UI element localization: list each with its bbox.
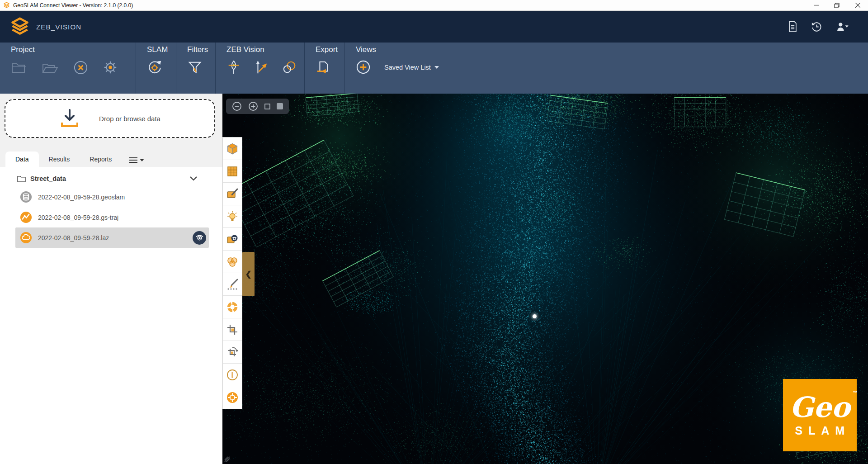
tab-data[interactable]: Data <box>5 152 39 167</box>
ribbon-section-project: Project <box>0 43 136 94</box>
logo-slam-text: SLAM <box>795 424 851 437</box>
info-icon[interactable] <box>223 364 242 386</box>
colourise-circles-icon[interactable] <box>282 60 298 75</box>
dropzone-label: Drop or browse data <box>99 115 160 123</box>
geoslam-logo-icon <box>10 17 30 37</box>
pin-marker-icon[interactable] <box>226 60 241 75</box>
chevron-down-icon <box>434 66 439 69</box>
section-label: Project <box>11 45 136 54</box>
donut-slice-icon[interactable] <box>223 296 242 318</box>
zoom-controls <box>226 99 289 114</box>
target-icon[interactable] <box>223 386 242 409</box>
ribbon: Project SLAM Filters ZEB Vision <box>0 43 868 94</box>
window-title: GeoSLAM Connect Viewer - Version: 2.1.0 … <box>13 2 133 9</box>
zoom-in-icon[interactable] <box>248 101 258 111</box>
visibility-eye-icon[interactable] <box>193 231 206 245</box>
tab-reports[interactable]: Reports <box>80 152 122 167</box>
app-window: GeoSLAM Connect Viewer - Version: 2.1.0 … <box>0 0 868 464</box>
view-3d-cube-icon[interactable] <box>223 137 242 160</box>
grid-icon[interactable] <box>223 160 242 183</box>
section-label: Export <box>316 45 344 54</box>
section-label: Views <box>356 45 868 54</box>
data-tree: Street_data 2022-02-08_09-59-28.geoslam … <box>0 167 222 464</box>
zoom-out-icon[interactable] <box>232 101 242 111</box>
folder-name: Street_data <box>30 175 185 182</box>
sidebar: Drop or browse data Data Results Reports… <box>0 94 222 464</box>
window-zoom-icon[interactable] <box>264 104 270 109</box>
logo-tm: ™ <box>853 391 857 395</box>
file-row-geoslam[interactable]: 2022-02-08_09-59-28.geoslam <box>15 187 209 207</box>
file-row-laz[interactable]: 2022-02-08_09-59-28.laz <box>15 227 209 248</box>
titlebar: GeoSLAM Connect Viewer - Version: 2.1.0 … <box>0 0 868 11</box>
project-settings-gear-icon[interactable] <box>103 60 118 75</box>
navbar: ZEB_VISION <box>0 11 868 43</box>
navbar-actions <box>788 21 868 32</box>
point-cloud-canvas[interactable] <box>222 94 868 464</box>
file-name: 2022-02-08_09-59-28.laz <box>38 234 187 241</box>
database-icon <box>20 191 32 203</box>
project-name: ZEB_VISION <box>36 23 81 31</box>
viewport-toolbar <box>222 137 242 409</box>
logo-geo-text: Geo <box>790 391 850 424</box>
cursor-dot <box>533 314 537 318</box>
point-cloud-viewport[interactable]: ❮ Geo™ SLAM <box>222 94 868 464</box>
user-account-icon[interactable] <box>835 22 849 32</box>
history-icon[interactable] <box>811 21 822 32</box>
chevron-down-icon <box>140 159 144 161</box>
resize-handle-icon[interactable] <box>224 456 231 463</box>
close-button[interactable] <box>847 0 868 11</box>
add-view-plus-icon[interactable] <box>356 60 371 75</box>
point-cloud-icon <box>20 232 32 244</box>
minimize-button[interactable] <box>806 0 826 11</box>
crop-icon[interactable] <box>223 318 242 341</box>
maximize-button[interactable] <box>826 0 847 11</box>
trajectory-icon <box>20 211 32 223</box>
file-name: 2022-02-08_09-59-28.gs-traj <box>38 214 209 221</box>
titlebar-left: GeoSLAM Connect Viewer - Version: 2.1.0 … <box>0 2 806 9</box>
folder-row-street-data[interactable]: Street_data <box>0 170 222 187</box>
app-logo-icon <box>3 2 10 9</box>
ribbon-section-filters: Filters <box>176 43 215 94</box>
tab-list-menu-icon[interactable] <box>129 157 144 167</box>
tab-results[interactable]: Results <box>39 152 80 167</box>
ribbon-section-slam: SLAM <box>136 43 176 94</box>
reset-zoom-icon[interactable] <box>277 103 283 109</box>
saved-view-list-dropdown[interactable]: Saved View List <box>384 64 439 71</box>
layer-visibility-icon[interactable] <box>223 228 242 251</box>
geoslam-watermark-logo: Geo™ SLAM <box>783 379 857 451</box>
ribbon-section-views: Views Saved View List <box>345 43 868 94</box>
colour-blend-icon[interactable] <box>223 251 242 273</box>
main-area: Drop or browse data Data Results Reports… <box>0 94 868 464</box>
filter-funnel-icon[interactable] <box>187 60 203 75</box>
paint-selection-icon[interactable] <box>223 183 242 205</box>
download-arrow-icon <box>59 109 80 128</box>
report-document-icon[interactable] <box>788 21 797 32</box>
export-document-icon[interactable] <box>316 60 331 75</box>
file-row-gs-traj[interactable]: 2022-02-08_09-59-28.gs-traj <box>15 207 209 227</box>
close-project-icon[interactable] <box>73 60 88 75</box>
sidebar-tabs: Data Results Reports <box>5 152 222 167</box>
folder-icon <box>17 175 26 182</box>
crop-rotate-icon[interactable] <box>223 341 242 364</box>
section-label: ZEB Vision <box>226 45 304 54</box>
panel-collapse-handle[interactable]: ❮ <box>242 252 255 296</box>
new-project-folder-icon[interactable] <box>11 60 27 75</box>
file-name: 2022-02-08_09-59-28.geoslam <box>38 194 209 201</box>
open-project-folder-icon[interactable] <box>42 60 59 75</box>
ribbon-section-export: Export <box>305 43 344 94</box>
ribbon-section-zeb-vision: ZEB Vision <box>216 43 304 94</box>
adjust-axes-arrows-icon[interactable] <box>254 60 269 75</box>
navbar-brand: ZEB_VISION <box>0 17 788 37</box>
lighting-bulb-icon[interactable] <box>223 205 242 228</box>
drop-browse-data-zone[interactable]: Drop or browse data <box>5 99 215 138</box>
saved-view-list-label: Saved View List <box>384 64 431 71</box>
chevron-down-icon[interactable] <box>190 176 197 181</box>
section-label: Filters <box>187 45 215 54</box>
brush-measure-icon[interactable] <box>223 273 242 296</box>
section-label: SLAM <box>147 45 176 54</box>
slam-processing-gear-icon[interactable] <box>147 60 162 75</box>
